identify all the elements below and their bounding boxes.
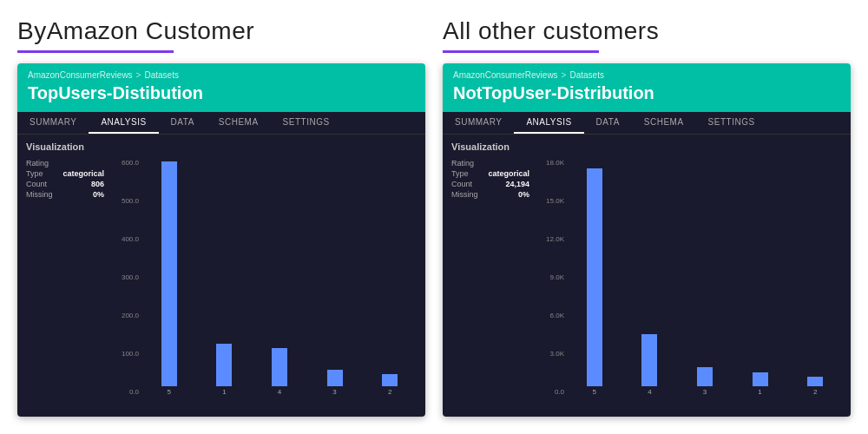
bar (382, 374, 398, 386)
left-breadcrumb-root: AmazonConsumerReviews (28, 70, 133, 80)
right-viz-label: Visualization (451, 141, 842, 152)
right-chart-meta: Rating Type categorical Count 24,194 Mis… (451, 159, 529, 410)
right-meta-count-value: 24,194 (505, 180, 529, 188)
right-meta-type-row: Type categorical (451, 169, 529, 178)
bar-group: 5 (161, 159, 177, 396)
bar (587, 168, 602, 386)
left-chart-area: Rating Type categorical Count 806 Missin… (26, 159, 417, 410)
right-meta-missing-row: Missing 0% (451, 190, 529, 199)
left-tab-settings[interactable]: SETTINGS (271, 112, 342, 134)
right-chart-container: 0.03.0K6.0K9.0K12.0K15.0K18.0K 54312 (536, 159, 842, 410)
bar-group: 2 (807, 159, 823, 396)
y-axis-label: 0.0 (555, 388, 564, 396)
right-meta-missing-label: Missing (451, 190, 478, 199)
left-meta-count-value: 806 (91, 180, 104, 188)
bar-group: 1 (753, 159, 768, 396)
right-meta-count-label: Count (451, 180, 472, 188)
bar (641, 334, 657, 386)
left-tab-summary[interactable]: SUMMARY (17, 112, 89, 134)
y-axis-label: 6.0K (550, 312, 564, 319)
bar-group: 3 (697, 159, 713, 396)
right-card-title: NotTopUser-Distribution (453, 83, 840, 103)
y-axis-label: 600.0 (122, 159, 139, 167)
left-card-header: AmazonConsumerReviews > Datasets TopUser… (17, 63, 425, 112)
right-bars: 54312 (568, 159, 842, 396)
left-meta-field-label: Rating (26, 159, 49, 168)
left-meta-field-row: Rating (26, 159, 104, 168)
y-axis-label: 15.0K (546, 197, 564, 205)
right-breadcrumb-child: Datasets (569, 70, 603, 80)
left-breadcrumb: AmazonConsumerReviews > Datasets (28, 70, 415, 80)
left-bars: 51432 (142, 159, 417, 396)
bar-x-label: 2 (813, 388, 817, 396)
y-axis-label: 12.0K (546, 235, 564, 243)
y-axis-label: 400.0 (122, 235, 139, 243)
right-card-body: Visualization Rating Type categorical Co… (443, 135, 851, 417)
left-tab-schema[interactable]: SCHEMA (207, 112, 271, 134)
bar (216, 344, 232, 386)
bar (161, 161, 177, 386)
left-chart-meta: Rating Type categorical Count 806 Missin… (26, 159, 104, 410)
left-meta-count-row: Count 806 (26, 180, 104, 188)
left-breadcrumb-child: Datasets (144, 70, 178, 80)
right-tab-summary[interactable]: SUMMARY (443, 112, 514, 134)
right-title-underline (443, 50, 599, 53)
left-title-underline (17, 50, 174, 53)
bar-group: 1 (216, 159, 232, 396)
bar-x-label: 1 (222, 388, 226, 396)
left-panel-title: ByAmazon Customer (17, 17, 425, 45)
bar-x-label: 4 (278, 388, 281, 396)
y-axis-label: 3.0K (550, 350, 564, 358)
y-axis-label: 500.0 (122, 197, 139, 205)
left-meta-missing-label: Missing (26, 190, 53, 199)
left-dashboard-card: AmazonConsumerReviews > Datasets TopUser… (17, 63, 425, 417)
y-axis-label: 300.0 (122, 273, 139, 281)
left-tab-analysis[interactable]: ANALYSIS (89, 112, 158, 134)
bar (327, 370, 343, 386)
right-card-header: AmazonConsumerReviews > Datasets NotTopU… (443, 63, 851, 112)
bar-x-label: 4 (648, 388, 651, 396)
right-tab-settings[interactable]: SETTINGS (696, 112, 767, 134)
bar-x-label: 2 (388, 388, 391, 396)
right-dashboard-card: AmazonConsumerReviews > Datasets NotTopU… (443, 63, 851, 417)
left-meta-missing-value: 0% (93, 190, 104, 199)
right-panel: All other customers AmazonConsumerReview… (443, 17, 851, 417)
left-viz-label: Visualization (26, 141, 417, 152)
left-meta-count-label: Count (26, 180, 47, 188)
bar-x-label: 5 (168, 388, 171, 396)
left-chart-container: 0.0100.0200.0300.0400.0500.0600.0 51432 (111, 159, 417, 410)
left-breadcrumb-sep: > (136, 70, 141, 80)
y-axis-label: 200.0 (122, 312, 139, 319)
right-chart-area: Rating Type categorical Count 24,194 Mis… (451, 159, 842, 410)
right-breadcrumb-root: AmazonConsumerReviews (453, 70, 558, 80)
y-axis-label: 0.0 (129, 388, 139, 396)
bar-group: 5 (587, 159, 602, 396)
y-axis-label: 18.0K (546, 159, 564, 167)
bar-x-label: 3 (332, 388, 336, 396)
bar-x-label: 5 (593, 388, 596, 396)
left-card-body: Visualization Rating Type categorical Co… (17, 135, 425, 417)
left-y-axis: 0.0100.0200.0300.0400.0500.0600.0 (111, 159, 139, 396)
right-tab-data[interactable]: DATA (584, 112, 632, 134)
bar-group: 4 (641, 159, 657, 396)
bar-group: 2 (382, 159, 398, 396)
right-tab-schema[interactable]: SCHEMA (632, 112, 696, 134)
left-meta-type-value: categorical (62, 169, 104, 178)
bar (272, 348, 287, 386)
right-card-tabs: SUMMARY ANALYSIS DATA SCHEMA SETTINGS (443, 112, 851, 135)
right-breadcrumb-sep: > (562, 70, 567, 80)
bar (697, 367, 713, 386)
y-axis-label: 9.0K (550, 273, 564, 281)
right-meta-field-label: Rating (451, 159, 474, 168)
right-tab-analysis[interactable]: ANALYSIS (514, 112, 583, 134)
left-tab-data[interactable]: DATA (159, 112, 207, 134)
right-meta-type-label: Type (451, 169, 469, 178)
right-breadcrumb: AmazonConsumerReviews > Datasets (453, 70, 840, 80)
bar-x-label: 3 (703, 388, 707, 396)
left-meta-type-row: Type categorical (26, 169, 104, 178)
bar-group: 3 (327, 159, 343, 396)
right-meta-field-row: Rating (451, 159, 529, 168)
y-axis-label: 100.0 (122, 350, 139, 358)
left-card-tabs: SUMMARY ANALYSIS DATA SCHEMA SETTINGS (17, 112, 425, 135)
left-meta-missing-row: Missing 0% (26, 190, 104, 199)
